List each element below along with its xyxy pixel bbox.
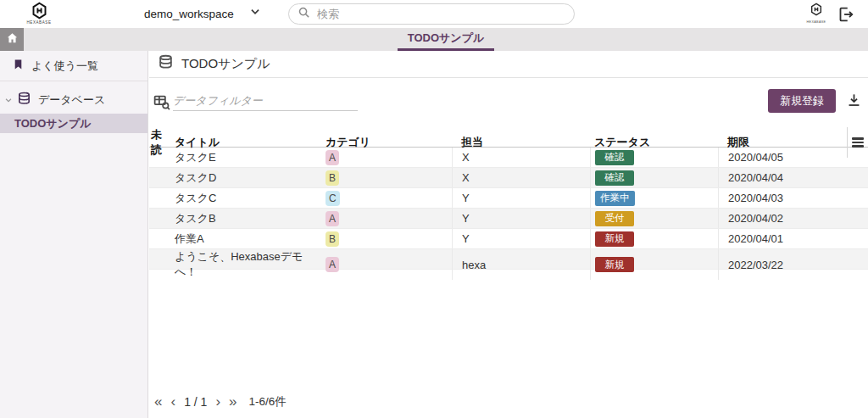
- status-badge: 確認: [595, 170, 634, 186]
- cell-status: 確認: [590, 168, 718, 187]
- cell-category: A: [321, 249, 452, 280]
- toolbar: 新規登録: [149, 78, 868, 126]
- cell-unread: [149, 168, 170, 187]
- new-record-button[interactable]: 新規登録: [768, 89, 836, 113]
- cell-status: 新規: [590, 229, 718, 248]
- cell-menu: [847, 209, 868, 228]
- category-badge: B: [326, 231, 339, 247]
- logout-icon: [836, 12, 854, 26]
- top-header: HEXABASE demo_workspace HEXABASE: [0, 0, 868, 28]
- table-row[interactable]: タスクE A X 確認 2020/04/05: [149, 148, 868, 168]
- pagination: « ‹ 1 / 1 › » 1-6/6件: [154, 394, 287, 410]
- logo-caption: HEXABASE: [17, 20, 61, 25]
- cell-deadline: 2020/04/03: [718, 188, 847, 208]
- data-filter-icon: [153, 93, 170, 114]
- records-table: 未読 タイトル カテゴリ 担当 ステータス 期限 タスクE A X 確認 202…: [149, 127, 868, 270]
- home-button[interactable]: [0, 28, 24, 51]
- tab-todo-sample[interactable]: TODOサンプル: [398, 28, 495, 51]
- table-row[interactable]: タスクC C Y 作業中 2020/04/03: [149, 188, 868, 209]
- global-search: [288, 3, 575, 25]
- cell-title: タスクB: [170, 209, 321, 228]
- record-range-text: 1-6/6件: [249, 394, 287, 410]
- cell-assignee: X: [452, 168, 590, 187]
- status-badge: 新規: [595, 257, 634, 272]
- cell-status: 受付: [590, 209, 718, 228]
- workspace-selector[interactable]: demo_workspace: [144, 6, 261, 21]
- cell-assignee: X: [452, 148, 590, 167]
- category-badge: B: [326, 170, 339, 186]
- cell-title: ようこそ、Hexabaseデモへ！: [170, 249, 321, 280]
- hexabase-user-icon: [810, 4, 823, 19]
- first-page-button[interactable]: «: [154, 396, 162, 408]
- main-titlebar: TODOサンプル: [149, 51, 868, 78]
- cell-unread: [149, 229, 170, 248]
- chevron-down-icon: [249, 6, 261, 21]
- hexabase-logo[interactable]: HEXABASE: [17, 2, 61, 25]
- cell-menu: [847, 148, 868, 167]
- cell-menu: [847, 188, 868, 208]
- category-badge: A: [326, 257, 339, 272]
- cell-unread: [149, 209, 170, 228]
- cell-deadline: 2020/04/01: [718, 229, 847, 248]
- cell-deadline: 2020/04/04: [718, 168, 847, 187]
- sidebar-item-todo-sample[interactable]: TODOサンプル: [0, 114, 147, 133]
- cell-title: 作業A: [170, 229, 321, 248]
- cell-category: B: [321, 229, 452, 248]
- bookmark-icon: [13, 58, 24, 75]
- download-button[interactable]: [846, 92, 863, 109]
- favorites-label: よく使う一覧: [31, 59, 98, 74]
- database-icon: [158, 54, 174, 74]
- page-indicator: 1 / 1: [184, 395, 207, 409]
- hexabase-logo-icon: [17, 2, 61, 20]
- database-group-label: データベース: [38, 92, 105, 108]
- cell-menu: [847, 249, 868, 280]
- status-badge: 受付: [595, 211, 634, 226]
- cell-category: A: [321, 148, 452, 167]
- tab-bar: TODOサンプル: [0, 28, 868, 51]
- table-row[interactable]: タスクB A Y 受付 2020/04/02: [149, 209, 868, 229]
- chevron-down-small-icon: [4, 92, 13, 108]
- cell-unread: [149, 188, 170, 208]
- cell-category: C: [321, 188, 452, 208]
- cell-assignee: Y: [452, 188, 590, 208]
- cell-assignee: Y: [452, 229, 590, 248]
- next-page-button[interactable]: ›: [215, 396, 220, 408]
- sidebar-group-database[interactable]: データベース: [0, 90, 147, 110]
- cell-menu: [847, 229, 868, 248]
- workspace-name: demo_workspace: [144, 8, 234, 20]
- table-row[interactable]: タスクD B X 確認 2020/04/04: [149, 168, 868, 188]
- cell-deadline: 2022/03/22: [718, 249, 847, 280]
- cell-deadline: 2020/04/05: [718, 148, 847, 167]
- search-icon: [298, 6, 310, 22]
- home-icon: [6, 31, 19, 47]
- cell-title: タスクE: [170, 148, 321, 167]
- database-icon: [17, 92, 31, 109]
- cell-category: B: [321, 168, 452, 187]
- sidebar: よく使う一覧 データベース TODOサンプル: [0, 51, 148, 418]
- table-body: タスクE A X 確認 2020/04/05 タスクD B X 確認 2020/…: [149, 148, 868, 270]
- status-badge: 新規: [595, 231, 634, 247]
- cell-status: 新規: [590, 249, 718, 280]
- status-badge: 作業中: [595, 191, 635, 206]
- cell-assignee: hexa: [452, 249, 590, 280]
- cell-menu: [847, 168, 868, 187]
- sidebar-item-favorites[interactable]: よく使う一覧: [0, 53, 147, 79]
- tab-strip: TODOサンプル: [24, 28, 868, 51]
- search-input[interactable]: [317, 8, 565, 20]
- logout-button[interactable]: [836, 5, 854, 24]
- cell-title: タスクD: [170, 168, 321, 187]
- table-row[interactable]: ようこそ、Hexabaseデモへ！ A hexa 新規 2022/03/22: [149, 249, 868, 270]
- category-badge: C: [326, 191, 340, 206]
- page-title: TODOサンプル: [181, 56, 270, 72]
- status-badge: 確認: [595, 150, 634, 165]
- cell-category: A: [321, 209, 452, 228]
- cell-status: 作業中: [590, 188, 718, 208]
- data-filter-input[interactable]: [173, 91, 358, 111]
- user-caption: HEXABASE: [804, 20, 829, 24]
- user-account-button[interactable]: HEXABASE: [804, 3, 829, 24]
- prev-page-button[interactable]: ‹: [170, 396, 175, 408]
- category-badge: A: [326, 211, 339, 226]
- last-page-button[interactable]: »: [229, 396, 236, 408]
- cell-deadline: 2020/04/02: [718, 209, 847, 228]
- table-row[interactable]: 作業A B Y 新規 2020/04/01: [149, 229, 868, 249]
